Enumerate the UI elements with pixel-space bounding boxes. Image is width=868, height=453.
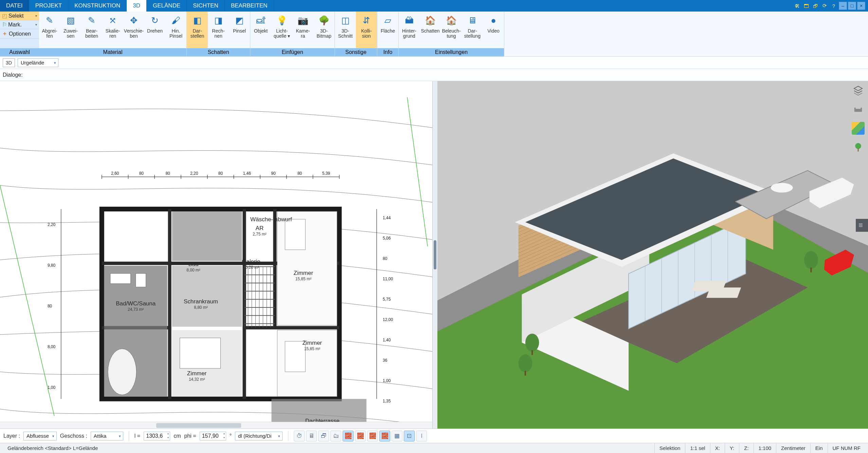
- geschoss-label: Geschoss :: [60, 433, 87, 439]
- 3d-viewport[interactable]: [437, 81, 868, 429]
- svg-text:1,40: 1,40: [383, 338, 391, 342]
- tool-lichtquelle[interactable]: 💡Licht-quelle ▾: [271, 12, 292, 48]
- terrain-combo[interactable]: Urgelände: [18, 58, 58, 67]
- help-icon[interactable]: ?: [830, 2, 838, 10]
- tool-rechnen[interactable]: ◨Rech-nen: [208, 12, 229, 48]
- svg-text:Zimmer: Zimmer: [303, 340, 322, 346]
- status-selection: Selektion: [654, 443, 685, 453]
- minimize-button[interactable]: –: [839, 2, 847, 10]
- lichtquelle-label: Licht-quelle ▾: [274, 29, 290, 38]
- group-label-material: Material: [39, 48, 186, 56]
- geschoss-combo[interactable]: Attika: [91, 432, 123, 440]
- side-label: Auswahl: [0, 48, 39, 56]
- prop-icon-9[interactable]: ⊡: [404, 431, 415, 441]
- ribbon-group-sonstige: ◫3D-Schnitt⇵Kolli-sionSonstige: [335, 12, 377, 56]
- tool-skalieren[interactable]: ⤧Skalie-ren: [102, 12, 123, 48]
- prop-icon-10[interactable]: ⁞: [416, 431, 427, 441]
- skalieren-icon: ⤧: [107, 14, 119, 26]
- prop-icon-6[interactable]: 🧱: [367, 431, 378, 441]
- tool-darstellung[interactable]: 🖥Dar-stellung: [462, 12, 483, 48]
- tool-kollision[interactable]: ⇵Kolli-sion: [356, 12, 377, 48]
- plants-icon[interactable]: [852, 141, 865, 154]
- tools-icon[interactable]: 🛠: [793, 2, 801, 10]
- zuweisen-label: Zuwei-sen: [64, 29, 78, 38]
- svg-text:8,00: 8,00: [48, 344, 56, 349]
- tool-3dschnitt[interactable]: ◫3D-Schnitt: [335, 12, 356, 48]
- ribbon-group-info: ▱FlächeInfo: [377, 12, 399, 56]
- tool-video[interactable]: ●Video: [483, 12, 504, 48]
- tool-darstellen[interactable]: ◧Dar-stellen: [187, 12, 208, 48]
- dl-combo[interactable]: dl (Richtung/Di: [235, 432, 283, 440]
- layer-combo[interactable]: Abfluesse: [23, 432, 57, 440]
- prop-icon-7[interactable]: 🧱: [379, 431, 390, 441]
- tool-beleuchtung[interactable]: 🏠Beleuch-tung: [441, 12, 462, 48]
- tool-3dbitmap[interactable]: 🌳3D-Bitmap: [313, 12, 334, 48]
- optionen-row[interactable]: ＋Optionen: [0, 29, 39, 39]
- l-spinbox[interactable]: 1303,6: [144, 432, 170, 440]
- splitter-handle[interactable]: [433, 81, 437, 429]
- svg-rect-10: [172, 266, 242, 327]
- maximize-button[interactable]: □: [848, 2, 856, 10]
- layer-label: Layer :: [3, 433, 20, 439]
- menu-tab-sichten[interactable]: SICHTEN: [187, 0, 225, 12]
- prop-icon-5[interactable]: 🧱: [355, 431, 366, 441]
- prop-icon-2[interactable]: 🗗: [318, 431, 329, 441]
- tool-bearbeiten[interactable]: ✎Bear-beiten: [81, 12, 102, 48]
- svg-rect-155: [525, 371, 526, 376]
- prop-icon-1[interactable]: 🖥: [306, 431, 317, 441]
- tool-objekt[interactable]: 🛋Objekt: [250, 12, 271, 48]
- refresh-icon[interactable]: ⟳: [820, 2, 829, 10]
- svg-text:80: 80: [383, 256, 387, 261]
- ribbon-side-panel: ◰Selekt▾ ⚐Mark.▾ ＋Optionen Auswahl: [0, 12, 39, 56]
- svg-rect-11: [172, 211, 242, 261]
- menu-tab-gelaende[interactable]: GELÄNDE: [147, 0, 187, 12]
- svg-text:5,39: 5,39: [322, 171, 330, 176]
- objekt-icon: 🛋: [255, 14, 267, 26]
- objekt-label: Objekt: [254, 29, 268, 34]
- prop-icon-4[interactable]: 🧱: [343, 431, 354, 441]
- svg-text:80: 80: [218, 171, 223, 176]
- svg-rect-159: [854, 108, 856, 112]
- furniture-icon[interactable]: [852, 103, 865, 116]
- tool-verschieben[interactable]: ✥Verschie-ben: [123, 12, 144, 48]
- select-row[interactable]: ◰Selekt▾: [0, 12, 39, 20]
- ribbon: ◰Selekt▾ ⚐Mark.▾ ＋Optionen Auswahl ✎Abgr…: [0, 12, 868, 57]
- prop-icon-0[interactable]: ⏱: [294, 431, 305, 441]
- tool-kamera[interactable]: 📷Kame-ra: [292, 12, 313, 48]
- mark-row[interactable]: ⚐Mark.▾: [0, 20, 39, 29]
- tool-hinpinsel[interactable]: 🖌Hin.Pinsel: [165, 12, 186, 48]
- tool-schatten2[interactable]: 🏠Schatten: [420, 12, 441, 48]
- layers-icon[interactable]: [852, 84, 865, 97]
- svg-text:Bad/WC/Sauna: Bad/WC/Sauna: [116, 300, 156, 307]
- menu-tab-3d[interactable]: 3D: [127, 0, 147, 12]
- kollision-label: Kolli-sion: [361, 29, 372, 38]
- tool-pinsel[interactable]: ◩Pinsel: [229, 12, 250, 48]
- phi-spinbox[interactable]: 157,90: [200, 432, 226, 440]
- menu-tab-datei[interactable]: DATEI: [0, 0, 29, 12]
- secondary-bar-2: Dialoge:: [0, 69, 868, 81]
- view-chip-3d[interactable]: 3D: [3, 58, 15, 67]
- prop-icon-8[interactable]: ▦: [392, 431, 402, 441]
- schatten2-icon: 🏠: [424, 14, 436, 26]
- menu-tab-konstruktion[interactable]: KONSTRUKTION: [68, 0, 127, 12]
- plan-scrollbar[interactable]: [0, 422, 432, 429]
- prop-icon-3[interactable]: 🗂: [330, 431, 341, 441]
- layout2-icon[interactable]: 🗗: [811, 2, 819, 10]
- tool-zuweisen[interactable]: ▧Zuwei-sen: [60, 12, 81, 48]
- materials-icon[interactable]: [852, 122, 865, 135]
- tool-abgreifen[interactable]: ✎Abgrei-fen: [39, 12, 60, 48]
- 2d-plan-viewport[interactable]: Bad8,00 m²Galerie20,20 m²Zimmer15,85 m²B…: [0, 81, 433, 429]
- svg-text:Zimmer: Zimmer: [294, 270, 313, 276]
- svg-text:90: 90: [271, 171, 276, 176]
- svg-text:1,35: 1,35: [383, 399, 391, 403]
- layout1-icon[interactable]: 🗔: [802, 2, 810, 10]
- status-scale: 1:100: [754, 443, 776, 453]
- menu-tab-projekt[interactable]: PROJEKT: [29, 0, 68, 12]
- panel-collapse-handle[interactable]: [856, 219, 868, 232]
- close-button[interactable]: ×: [857, 2, 865, 10]
- menu-tab-bearbeiten[interactable]: BEARBEITEN: [225, 0, 274, 12]
- status-unit: Zentimeter: [776, 443, 810, 453]
- tool-hintergrund[interactable]: 🏔Hinter-grund: [399, 12, 420, 48]
- tool-flaeche[interactable]: ▱Fläche: [377, 12, 398, 48]
- tool-drehen[interactable]: ↻Drehen: [144, 12, 165, 48]
